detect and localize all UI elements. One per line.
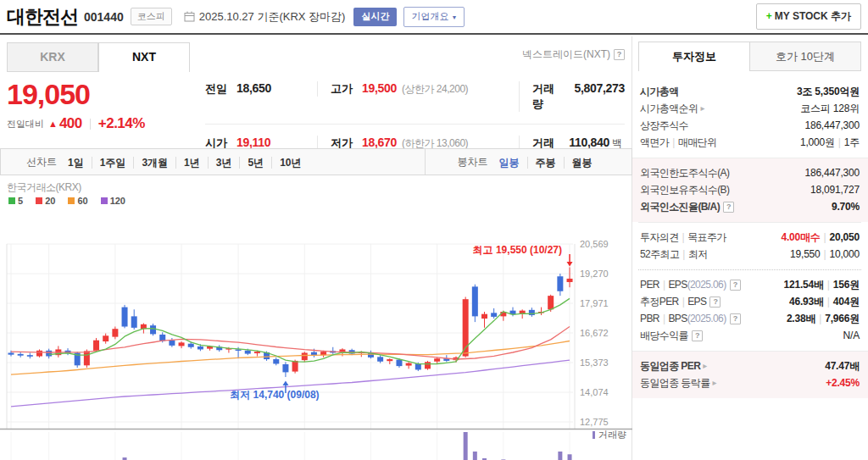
change-value: 400 — [59, 115, 82, 132]
ma-legend-item: 60 — [68, 196, 87, 206]
sidebar-tab-active[interactable]: 투자정보 — [638, 42, 750, 71]
sidebar-group: 동일업종 PER▸47.47배동일업종 등락률▸+2.45% — [632, 351, 868, 398]
open-value: 19,110 — [236, 136, 270, 149]
sidebar-row: 시가총액3조 5,350억원 — [640, 83, 860, 100]
current-price: 19,050 — [7, 79, 200, 109]
svg-text:17,971: 17,971 — [580, 298, 609, 308]
chart-toolbar: 선차트 1일1주일3개월1년3년5년10년 봉차트 일봉주봉월봉 — [0, 148, 632, 175]
link-arrow-icon: ▸ — [713, 374, 716, 391]
company-overview-button[interactable]: 기업개요▼ — [403, 7, 465, 27]
line-chart-group: 선차트 1일1주일3개월1년3년5년10년 — [1, 154, 425, 169]
sidebar-row: PBR|BPS(2025.06)?2.38배|7,966원 — [640, 310, 860, 327]
sidebar-row: 외국인소진율(B/A)?9.70% — [640, 198, 860, 215]
candle-type-tab-3[interactable]: 월봉 — [564, 157, 600, 169]
svg-text:최저 14,740 (09/08): 최저 14,740 (09/08) — [230, 389, 319, 401]
svg-text:12,775: 12,775 — [580, 417, 609, 427]
candle-chart-group: 봉차트 일봉주봉월봉 — [426, 154, 632, 169]
sidebar-tab-inactive[interactable]: 호가 10단계 — [750, 42, 861, 71]
candle-type-tabs: 일봉주봉월봉 — [492, 154, 600, 169]
realtime-button[interactable]: 실시간 — [353, 8, 397, 26]
sidebar-group: 시가총액3조 5,350억원시가총액순위▸코스피 128위상장주식수186,44… — [638, 77, 861, 158]
current-price-box: 19,050 전일대비 ▲ 400 +2.14% — [7, 79, 200, 132]
ma-legend: 52060120 — [8, 196, 632, 206]
help-icon[interactable]: ? — [614, 49, 625, 60]
ma-legend-item: 5 — [8, 196, 23, 206]
candle-type-tab-1[interactable]: 일봉 — [492, 157, 527, 169]
ma-legend-item: 20 — [36, 196, 55, 206]
help-icon[interactable]: ? — [730, 280, 741, 291]
sidebar-row: 시가총액순위▸코스피 128위 — [640, 100, 860, 117]
quote-date: 2025.10.27 기준(KRX 장마감) — [184, 9, 346, 25]
period-tab-4[interactable]: 1년 — [175, 157, 208, 169]
sidebar-row: 외국인한도주식수(A)186,447,300 — [640, 164, 860, 181]
price-change-row: 전일대비 ▲ 400 +2.14% — [7, 115, 200, 132]
ma-color-swatch-icon — [36, 197, 42, 204]
summary-row-1: 전일18,650 고가19,500(상한가 24,200) 거래량5,807,2… — [205, 70, 625, 125]
link-arrow-icon: ▸ — [703, 357, 706, 374]
sidebar-tabs: 투자정보호가 10단계 — [638, 42, 861, 71]
upper-limit-note: (상한가 24,200) — [402, 82, 468, 97]
tab-krx[interactable]: KRX — [7, 42, 98, 72]
help-icon[interactable]: ? — [709, 297, 721, 308]
help-icon[interactable]: ? — [723, 202, 734, 213]
svg-text:20,569: 20,569 — [580, 240, 609, 249]
ma-legend-item: 120 — [101, 196, 125, 206]
chart-source-label: 한국거래소(KRX) — [7, 180, 632, 195]
ma-color-swatch-icon — [101, 197, 108, 204]
plus-icon: + — [766, 10, 772, 22]
sidebar-row: 외국인보유주식수(B)18,091,727 — [640, 181, 860, 198]
stock-header: 대한전선 001440 코스피 2025.10.27 기준(KRX 장마감) 실… — [0, 0, 868, 35]
line-chart-label: 선차트 — [26, 155, 57, 169]
investor-info-sidebar: 투자정보호가 10단계 시가총액3조 5,350억원시가총액순위▸코스피 128… — [632, 36, 868, 460]
content: KRX NXT 넥스트레이드(NXT) ? 19,050 전일대비 ▲ 400 … — [0, 36, 868, 460]
candle-chart-label: 봉차트 — [458, 155, 488, 169]
change-label: 전일대비 — [7, 118, 44, 130]
stock-name: 대한전선 — [7, 4, 78, 30]
low-value: 18,670 — [362, 136, 397, 149]
svg-text:19,270: 19,270 — [580, 269, 609, 279]
svg-text:15,373: 15,373 — [580, 357, 609, 368]
sidebar-group: PER|EPS(2025.06)?121.54배|156원추정PER|EPS?4… — [638, 269, 861, 351]
stock-code: 001440 — [84, 10, 124, 24]
up-triangle-icon: ▲ — [48, 119, 58, 129]
sidebar-row: 동일업종 PER▸47.47배 — [640, 357, 860, 374]
svg-text:거래량: 거래량 — [598, 430, 626, 440]
period-tab-5[interactable]: 3년 — [208, 157, 240, 169]
tab-nxt[interactable]: NXT — [98, 42, 190, 72]
sidebar-row: 동일업종 등락률▸+2.45% — [640, 374, 860, 391]
sidebar-row: 추정PER|EPS?46.93배|404원 — [640, 293, 860, 310]
amount-value: 110,840 — [569, 136, 609, 149]
period-tab-2[interactable]: 1주일 — [92, 157, 134, 169]
change-percent: +2.14% — [98, 115, 145, 132]
exchange-tabs: KRX NXT — [7, 42, 190, 72]
chart-area: 한국거래소(KRX) 52060120 20,56919,27017,97116… — [0, 175, 632, 460]
period-tab-1[interactable]: 1일 — [60, 157, 92, 169]
volume-label: 거래량 — [532, 81, 565, 112]
stock-page: 대한전선 001440 코스피 2025.10.27 기준(KRX 장마감) 실… — [0, 0, 868, 460]
period-tab-7[interactable]: 10년 — [271, 157, 309, 169]
high-value: 19,500 — [362, 81, 397, 95]
sidebar-row: 배당수익률?N/A — [640, 327, 860, 344]
market-badge: 코스피 — [131, 8, 172, 25]
period-tabs: 1일1주일3개월1년3년5년10년 — [60, 154, 309, 169]
caret-down-icon: ▼ — [451, 14, 457, 20]
help-icon[interactable]: ? — [692, 330, 703, 341]
sidebar-group: 투자의견|목표주가4.00매수|20,05052주최고|최저19,550|10,… — [638, 222, 861, 269]
period-tab-6[interactable]: 5년 — [239, 157, 271, 169]
sidebar-row: 상장주식수186,447,300 — [640, 117, 860, 134]
period-tab-3[interactable]: 3개월 — [133, 157, 175, 169]
sidebar-row: 52주최고|최저19,550|10,000 — [640, 246, 860, 263]
prev-close-label: 전일 — [205, 81, 227, 97]
volume-value: 5,807,273 — [574, 81, 625, 95]
sidebar-row: 액면가|매매단위1,000원|1주 — [640, 134, 860, 151]
exchange-note: 넥스트레이드(NXT) ? — [522, 47, 625, 62]
ma-color-swatch-icon — [68, 197, 75, 204]
my-stock-add-button[interactable]: +MY STOCK 추가 — [756, 3, 861, 30]
candle-type-tab-2[interactable]: 주봉 — [527, 157, 564, 169]
ma-color-swatch-icon — [8, 197, 15, 204]
high-label: 고가 — [331, 81, 353, 97]
prev-close-value: 18,650 — [236, 81, 271, 95]
divider — [90, 119, 91, 130]
help-icon[interactable]: ? — [730, 313, 741, 324]
sidebar-groups: 시가총액3조 5,350억원시가총액순위▸코스피 128위상장주식수186,44… — [638, 77, 861, 398]
